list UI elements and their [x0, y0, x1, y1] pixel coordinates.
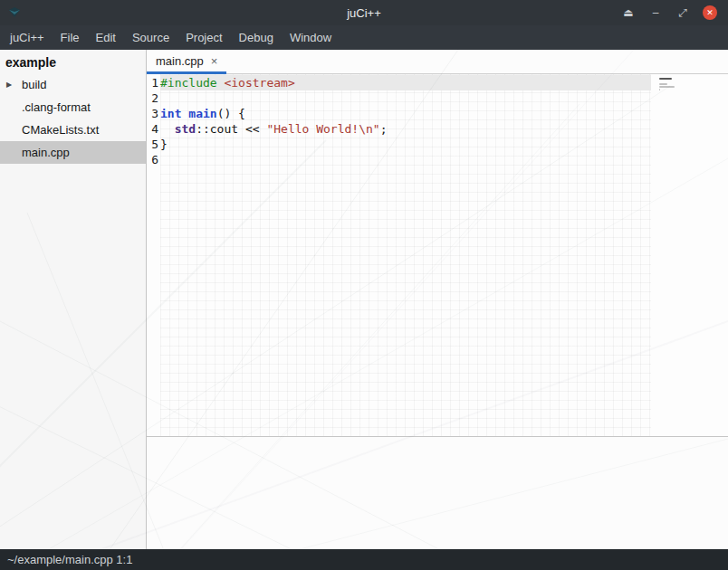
- tree-item-label: .clang-format: [22, 100, 91, 114]
- line-number: 3: [147, 106, 158, 121]
- code-token: () {: [217, 107, 245, 120]
- tree-item-label: build: [22, 78, 46, 91]
- code-lines[interactable]: #include <iostream> int main() { std::co…: [160, 74, 651, 436]
- menubar: juCi++ File Edit Source Project Debug Wi…: [0, 25, 728, 50]
- code-token: "Hello World!\n": [266, 122, 379, 136]
- line-number: 5: [147, 137, 158, 152]
- tree-item-label: CMakeLists.txt: [22, 123, 99, 137]
- code-token: #include: [160, 76, 217, 90]
- line-number: 2: [147, 90, 158, 106]
- restore-button[interactable]: ⤢: [675, 5, 690, 20]
- minimap-line-mark: [659, 78, 672, 80]
- menu-debug[interactable]: Debug: [231, 25, 282, 50]
- window-title: juCi++: [0, 6, 728, 20]
- tab-main-cpp[interactable]: main.cpp ×: [147, 50, 226, 74]
- line-number: 1: [147, 75, 158, 90]
- code-line[interactable]: int main() {: [160, 106, 651, 121]
- menu-source[interactable]: Source: [124, 25, 177, 50]
- minimap-line-mark: [659, 89, 660, 90]
- line-numbers: 123456: [147, 74, 160, 436]
- code-line[interactable]: [160, 152, 651, 167]
- app-icon: [7, 5, 22, 20]
- tree-root-example[interactable]: example: [0, 50, 146, 73]
- bottom-panel: [147, 437, 728, 549]
- tab-bar: main.cpp ×: [147, 50, 728, 74]
- minimap-line-mark: [659, 86, 675, 88]
- code-token: main: [188, 107, 216, 120]
- statusbar-path-position: ~/example/main.cpp 1:1: [7, 553, 132, 566]
- minimap-line-mark: [659, 83, 667, 85]
- code-line[interactable]: }: [160, 137, 651, 152]
- tree-item-main-cpp[interactable]: main.cpp: [0, 141, 146, 164]
- code-line[interactable]: #include <iostream>: [160, 75, 651, 90]
- code-token: std: [175, 122, 196, 136]
- code-token: ;: [380, 122, 388, 136]
- menu-file[interactable]: File: [53, 25, 88, 50]
- titlebar: juCi++ ⏏ – ⤢ ✕: [0, 0, 728, 25]
- statusbar: ~/example/main.cpp 1:1: [0, 549, 728, 570]
- menu-jucipp[interactable]: juCi++: [2, 25, 53, 50]
- tree-item-clang-format[interactable]: .clang-format: [0, 96, 146, 119]
- content-area: example ▶ build .clang-format CMakeLists…: [0, 50, 728, 549]
- tab-label: main.cpp: [156, 54, 204, 68]
- tab-close-icon[interactable]: ×: [211, 54, 218, 68]
- close-button[interactable]: ✕: [703, 5, 717, 20]
- code-token: [160, 122, 175, 136]
- line-number: 4: [147, 121, 158, 137]
- tree-item-build[interactable]: ▶ build: [0, 73, 146, 96]
- code-token: }: [160, 138, 168, 151]
- expander-icon[interactable]: ▶: [6, 73, 12, 96]
- tree-item-label: main.cpp: [22, 146, 70, 159]
- minimap[interactable]: [651, 74, 728, 436]
- window-controls: ⏏ – ⤢ ✕: [621, 5, 728, 20]
- code-line[interactable]: [160, 90, 651, 106]
- code-line[interactable]: std::cout << "Hello World!\n";: [160, 121, 651, 137]
- minimap-marks: [659, 78, 675, 94]
- app-window: juCi++ ⏏ – ⤢ ✕ juCi++ File Edit Source P…: [0, 0, 728, 570]
- tree-item-cmakelists[interactable]: CMakeLists.txt: [0, 119, 146, 141]
- menu-edit[interactable]: Edit: [88, 25, 124, 50]
- line-number: 6: [147, 152, 158, 167]
- menu-project[interactable]: Project: [177, 25, 230, 50]
- code-editor[interactable]: 123456 #include <iostream> int main() { …: [147, 74, 728, 437]
- editor-column: main.cpp × 123456 #include <iostream> in…: [147, 50, 728, 549]
- code-token: int: [160, 107, 181, 120]
- keep-above-button[interactable]: ⏏: [621, 5, 636, 20]
- code-token: ::cout <<: [196, 122, 266, 136]
- code-token: <iostream>: [224, 76, 294, 90]
- menu-window[interactable]: Window: [282, 25, 340, 50]
- file-tree: example ▶ build .clang-format CMakeLists…: [0, 50, 147, 549]
- minimize-button[interactable]: –: [648, 5, 663, 20]
